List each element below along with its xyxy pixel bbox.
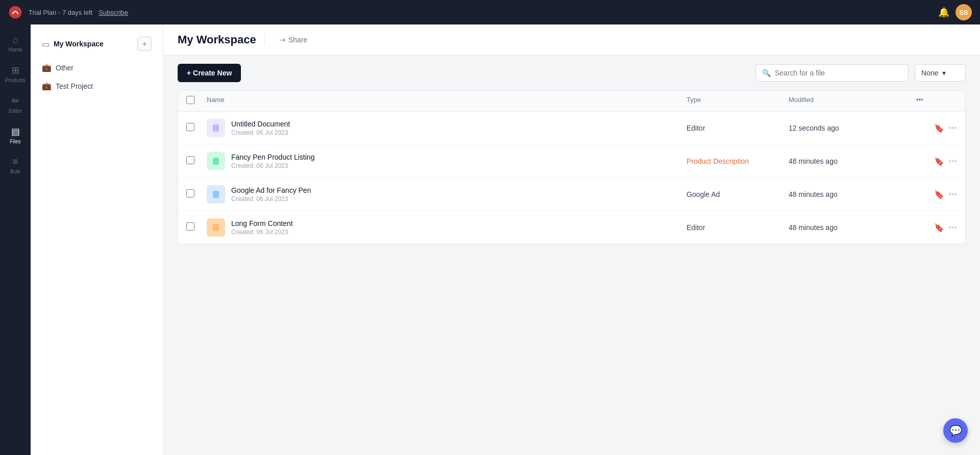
other-briefcase-icon: 💼: [42, 63, 52, 72]
share-button[interactable]: ⇢ Share: [273, 33, 313, 47]
topbar-right: 🔔 SS: [938, 4, 972, 20]
file-table: Name Type Modified ••• Untitled Document…: [178, 90, 966, 244]
add-workspace-button[interactable]: +: [137, 37, 152, 51]
svg-rect-2: [213, 158, 219, 165]
row-checkbox[interactable]: [186, 123, 194, 131]
sidebar-item-files[interactable]: ▤ Files: [0, 122, 31, 148]
file-type: Editor: [687, 124, 789, 132]
file-modified: 48 minutes ago: [789, 190, 916, 198]
search-box: 🔍: [755, 64, 909, 82]
more-options-icon[interactable]: •••: [948, 190, 957, 199]
main-toolbar: + Create New 🔍 None ▾: [163, 56, 980, 90]
files-label: Files: [10, 139, 20, 144]
workspace-header[interactable]: ▭ My Workspace +: [37, 33, 157, 55]
file-actions-cell: 🔖 •••: [916, 123, 957, 133]
row-checkbox-cell: [186, 123, 207, 133]
sidebar-item-editor[interactable]: ✏ Editor: [0, 91, 31, 118]
type-col-header: Type: [687, 96, 789, 106]
products-icon: ⊞: [12, 65, 19, 76]
file-modified: 48 minutes ago: [789, 223, 916, 232]
bookmark-icon[interactable]: 🔖: [934, 123, 944, 133]
editor-label: Editor: [9, 108, 22, 114]
header-divider: [264, 34, 265, 46]
toolbar-right: 🔍 None ▾: [755, 64, 966, 82]
file-thumbnail: [207, 218, 225, 237]
products-label: Products: [5, 78, 25, 83]
user-avatar[interactable]: SS: [955, 4, 972, 20]
file-info-cell: Google Ad for Fancy Pen Created: 06 Jul …: [207, 185, 687, 204]
share-icon: ⇢: [279, 36, 285, 44]
sidebar-item-home[interactable]: ⌂ Home: [0, 31, 31, 57]
svg-rect-4: [213, 224, 219, 231]
bulk-label: Bulk: [10, 169, 20, 174]
bookmark-icon[interactable]: 🔖: [934, 190, 944, 199]
create-new-button[interactable]: + Create New: [178, 64, 241, 82]
file-type: Editor: [687, 223, 789, 232]
sort-dropdown[interactable]: None ▾: [915, 64, 966, 82]
file-created-date: Created: 06 Jul 2023: [231, 162, 314, 169]
subscribe-link[interactable]: Subscribe: [99, 9, 128, 16]
file-modified: 12 seconds ago: [789, 124, 916, 132]
row-checkbox-cell: [186, 222, 207, 233]
select-all-checkbox[interactable]: [186, 96, 194, 104]
app-logo: [8, 5, 22, 19]
sort-label: None: [921, 69, 938, 77]
left-nav: ⌂ Home ⊞ Products ✏ Editor ▤ Files ≡ Bul…: [0, 24, 31, 455]
search-input[interactable]: [775, 69, 902, 77]
sidebar: ▭ My Workspace + 💼 Other 💼 Test Project: [31, 24, 163, 455]
workspace-icon: ▭: [42, 39, 50, 49]
chat-bubble-button[interactable]: 💬: [943, 418, 968, 443]
table-row: Untitled Document Created: 06 Jul 2023 E…: [178, 112, 965, 145]
file-name-block: Fancy Pen Product Listing Created: 06 Ju…: [231, 153, 314, 169]
checkbox-col-header: [186, 96, 207, 106]
modified-col-header: Modified: [789, 96, 916, 106]
row-checkbox[interactable]: [186, 189, 194, 197]
file-name-block: Untitled Document Created: 06 Jul 2023: [231, 120, 290, 136]
file-type: Product Description: [687, 157, 789, 165]
chat-icon: 💬: [949, 424, 962, 437]
file-name-block: Google Ad for Fancy Pen Created: 06 Jul …: [231, 186, 311, 203]
file-actions-cell: 🔖 •••: [916, 223, 957, 233]
file-thumbnail: [207, 119, 225, 137]
file-created-date: Created: 06 Jul 2023: [231, 129, 290, 136]
workspace-header-left: ▭ My Workspace: [42, 39, 104, 49]
home-label: Home: [9, 47, 22, 53]
test-project-label: Test Project: [56, 82, 93, 90]
table-row: Google Ad for Fancy Pen Created: 06 Jul …: [178, 178, 965, 211]
name-col-header: Name: [207, 96, 687, 106]
row-checkbox[interactable]: [186, 222, 194, 231]
row-checkbox[interactable]: [186, 156, 194, 164]
svg-rect-1: [213, 124, 219, 132]
share-label: Share: [288, 36, 307, 44]
sidebar-item-test-project[interactable]: 💼 Test Project: [37, 78, 157, 95]
table-row: Fancy Pen Product Listing Created: 06 Ju…: [178, 145, 965, 178]
file-created-date: Created: 06 Jul 2023: [231, 195, 311, 203]
sidebar-item-bulk[interactable]: ≡ Bulk: [0, 153, 31, 179]
trial-text: Trial Plan - 7 days left: [29, 9, 92, 16]
row-checkbox-cell: [186, 156, 207, 166]
sidebar-item-other[interactable]: 💼 Other: [37, 59, 157, 77]
file-name-block: Long Form Content Created: 06 Jul 2023: [231, 219, 293, 236]
svg-rect-3: [213, 191, 219, 198]
row-checkbox-cell: [186, 189, 207, 199]
more-options-header-icon[interactable]: •••: [916, 96, 923, 104]
page-title: My Workspace: [178, 33, 256, 46]
notification-bell-icon[interactable]: 🔔: [938, 7, 949, 18]
file-type: Google Ad: [687, 190, 789, 198]
more-options-icon[interactable]: •••: [948, 123, 957, 133]
bookmark-icon[interactable]: 🔖: [934, 157, 944, 166]
more-options-icon[interactable]: •••: [948, 223, 957, 232]
table-row: Long Form Content Created: 06 Jul 2023 E…: [178, 211, 965, 244]
bookmark-icon[interactable]: 🔖: [934, 223, 944, 233]
topbar-left: Trial Plan - 7 days left Subscribe: [8, 5, 128, 19]
search-icon: 🔍: [762, 69, 771, 77]
file-created-date: Created: 06 Jul 2023: [231, 229, 293, 236]
more-options-icon[interactable]: •••: [948, 157, 957, 166]
file-info-cell: Fancy Pen Product Listing Created: 06 Ju…: [207, 152, 687, 170]
svg-point-0: [9, 6, 22, 19]
main-content: My Workspace ⇢ Share + Create New 🔍 None…: [163, 24, 980, 455]
other-label: Other: [56, 64, 74, 72]
sidebar-item-products[interactable]: ⊞ Products: [0, 61, 31, 87]
file-name: Fancy Pen Product Listing: [231, 153, 314, 161]
file-thumbnail: [207, 185, 225, 204]
